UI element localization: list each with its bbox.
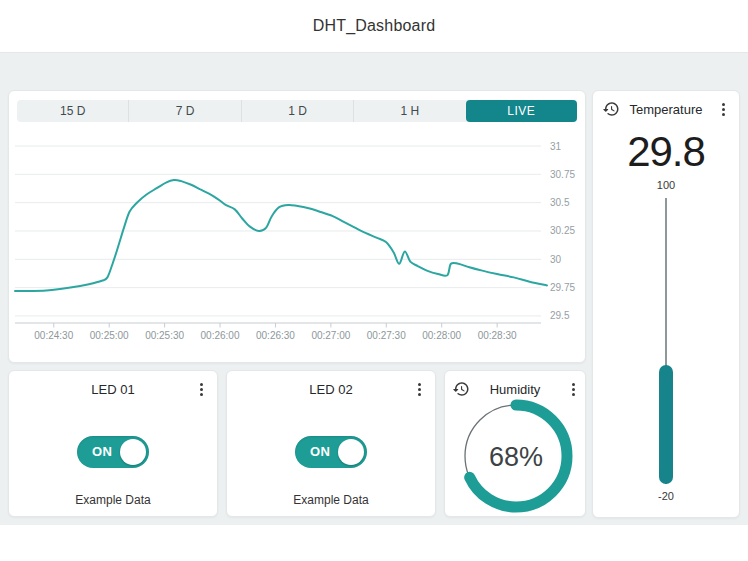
toggle-state-label: ON: [92, 444, 112, 459]
led-01-title: LED 01: [9, 382, 217, 397]
humidity-widget: Humidity 68%: [444, 370, 586, 517]
led-02-widget: LED 02 ON Example Data: [226, 370, 436, 517]
svg-text:31: 31: [550, 141, 562, 152]
svg-text:29.75: 29.75: [550, 282, 575, 293]
app-header: DHT_Dashboard: [0, 0, 748, 53]
toggle-state-label: ON: [310, 444, 330, 459]
dashboard: 15 D 7 D 1 D 1 H LIVE 3130.7530.530.2530…: [0, 53, 748, 525]
svg-text:00:27:30: 00:27:30: [367, 330, 406, 341]
temperature-min-label: -20: [593, 490, 739, 502]
chart-widget: 15 D 7 D 1 D 1 H LIVE 3130.7530.530.2530…: [8, 90, 586, 363]
led-01-toggle[interactable]: ON: [77, 436, 149, 468]
toggle-knob-icon: [338, 439, 364, 465]
svg-text:00:26:30: 00:26:30: [256, 330, 295, 341]
svg-text:00:28:00: 00:28:00: [422, 330, 461, 341]
temperature-max-label: 100: [593, 179, 739, 191]
temperature-value: 29.8: [593, 129, 739, 175]
humidity-value: 68%: [454, 442, 578, 473]
svg-text:00:26:00: 00:26:00: [201, 330, 240, 341]
slider-fill: [659, 365, 673, 484]
toggle-knob-icon: [120, 439, 146, 465]
svg-text:00:28:30: 00:28:30: [478, 330, 517, 341]
led-02-title: LED 02: [227, 382, 435, 397]
led-01-caption: Example Data: [9, 493, 217, 507]
svg-text:30.25: 30.25: [550, 225, 575, 236]
led-02-header: LED 02: [227, 371, 435, 407]
temperature-widget: Temperature 29.8 100 -20: [592, 90, 740, 518]
svg-text:00:27:00: 00:27:00: [311, 330, 350, 341]
svg-text:29.5: 29.5: [550, 310, 570, 321]
temperature-live-chart: 3130.7530.530.253029.7529.500:24:3000:25…: [9, 91, 587, 364]
kebab-menu-icon[interactable]: [412, 380, 426, 398]
temperature-widget-header: Temperature: [593, 91, 739, 127]
kebab-menu-icon[interactable]: [716, 100, 730, 118]
led-01-widget: LED 01 ON Example Data: [8, 370, 218, 517]
led-02-toggle[interactable]: ON: [295, 436, 367, 468]
led-01-header: LED 01: [9, 371, 217, 407]
svg-text:00:25:00: 00:25:00: [90, 330, 129, 341]
temperature-slider[interactable]: [659, 198, 673, 484]
led-02-caption: Example Data: [227, 493, 435, 507]
svg-text:00:25:30: 00:25:30: [145, 330, 184, 341]
svg-text:00:24:30: 00:24:30: [34, 330, 73, 341]
svg-text:30.75: 30.75: [550, 169, 575, 180]
svg-text:30.5: 30.5: [550, 197, 570, 208]
humidity-gauge: 68%: [454, 394, 578, 518]
kebab-menu-icon[interactable]: [194, 380, 208, 398]
page-title: DHT_Dashboard: [313, 17, 436, 35]
svg-text:30: 30: [550, 254, 562, 265]
